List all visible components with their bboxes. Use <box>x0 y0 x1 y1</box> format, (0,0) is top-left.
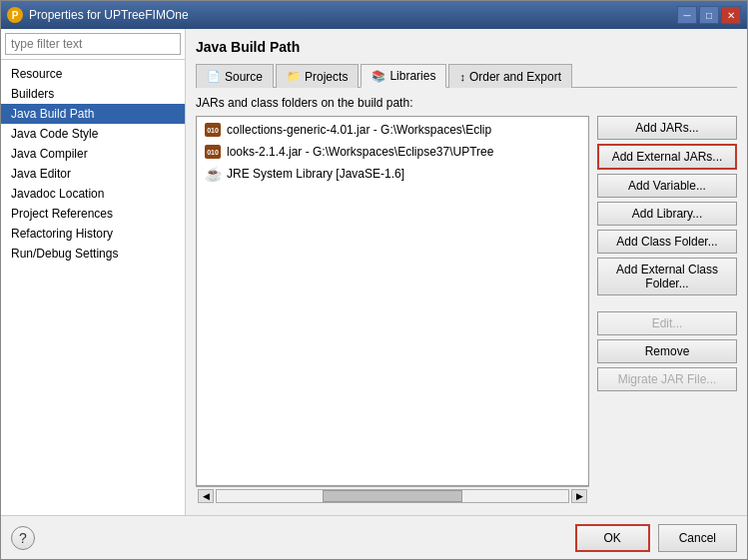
tab-libraries[interactable]: 📚Libraries <box>361 64 446 88</box>
jre-icon: ☕ <box>205 166 222 182</box>
ok-button[interactable]: OK <box>575 524 650 552</box>
dialog-icon-text: P <box>12 10 19 21</box>
button-panel: Add JARs...Add External JARs...Add Varia… <box>597 116 737 505</box>
file-label: JRE System Library [JavaSE-1.6] <box>227 167 404 181</box>
add-external-jars-button[interactable]: Add External JARs... <box>597 144 737 170</box>
sidebar-item-project-references[interactable]: Project References <box>1 204 185 224</box>
sidebar-item-refactoring-history[interactable]: Refactoring History <box>1 224 185 244</box>
scroll-right-arrow[interactable]: ▶ <box>571 489 587 503</box>
file-item-jre-system[interactable]: ☕JRE System Library [JavaSE-1.6] <box>197 163 588 185</box>
add-library-button[interactable]: Add Library... <box>597 202 737 226</box>
button-spacer <box>597 299 737 307</box>
tab-source[interactable]: 📄Source <box>196 64 274 88</box>
section-label: JARs and class folders on the build path… <box>196 96 737 110</box>
tab-projects[interactable]: 📁Projects <box>276 64 359 88</box>
tab-label-source: Source <box>225 70 263 84</box>
sidebar-item-builders[interactable]: Builders <box>1 84 185 104</box>
sidebar-item-java-code-style[interactable]: Java Code Style <box>1 124 185 144</box>
bottom-bar: ? OK Cancel <box>1 515 747 559</box>
add-class-folder-button[interactable]: Add Class Folder... <box>597 230 737 254</box>
window-title: Properties for UPTreeFIMOne <box>29 8 189 22</box>
sidebar-item-java-compiler[interactable]: Java Compiler <box>1 144 185 164</box>
sidebar-item-javadoc-location[interactable]: Javadoc Location <box>1 184 185 204</box>
dialog-buttons: OK Cancel <box>575 524 737 552</box>
scroll-track[interactable] <box>216 489 569 503</box>
libraries-tab-icon: 📚 <box>372 70 385 83</box>
file-label: looks-2.1.4.jar - G:\Workspaces\Eclipse3… <box>227 145 493 159</box>
tab-label-projects: Projects <box>305 70 348 84</box>
sidebar-item-java-editor[interactable]: Java Editor <box>1 164 185 184</box>
dialog-window: P Properties for UPTreeFIMOne ─ □ ✕ Reso… <box>0 0 748 560</box>
dialog-icon: P <box>7 7 23 23</box>
sidebar-item-run-debug-settings[interactable]: Run/Debug Settings <box>1 244 185 264</box>
file-label: collections-generic-4.01.jar - G:\Worksp… <box>227 123 491 137</box>
source-tab-icon: 📄 <box>207 70 221 83</box>
scroll-left-arrow[interactable]: ◀ <box>198 489 214 503</box>
file-item-looks-jar[interactable]: 010looks-2.1.4.jar - G:\Workspaces\Eclip… <box>197 141 588 163</box>
edit-button: Edit... <box>597 311 737 335</box>
scroll-thumb <box>323 490 463 502</box>
maximize-button[interactable]: □ <box>699 6 719 24</box>
file-item-collections-jar[interactable]: 010collections-generic-4.01.jar - G:\Wor… <box>197 119 588 141</box>
main-content: 010collections-generic-4.01.jar - G:\Wor… <box>196 116 737 505</box>
left-panel: ResourceBuildersJava Build PathJava Code… <box>1 29 186 515</box>
tab-label-libraries: Libraries <box>389 69 435 83</box>
tab-label-order-export: Order and Export <box>469 70 561 84</box>
help-button[interactable]: ? <box>11 526 35 550</box>
panel-title: Java Build Path <box>196 39 737 55</box>
filter-input[interactable] <box>5 33 181 55</box>
file-list: 010collections-generic-4.01.jar - G:\Wor… <box>197 117 588 187</box>
minimize-button[interactable]: ─ <box>677 6 697 24</box>
jar-icon: 010 <box>205 123 221 137</box>
right-panel: Java Build Path 📄Source📁Projects📚Librari… <box>186 29 747 515</box>
migrate-jar-button: Migrate JAR File... <box>597 367 737 391</box>
tab-order-export[interactable]: ↕Order and Export <box>448 64 572 88</box>
filter-box <box>1 29 185 60</box>
remove-button[interactable]: Remove <box>597 339 737 363</box>
content-area: ResourceBuildersJava Build PathJava Code… <box>1 29 747 515</box>
title-bar-left: P Properties for UPTreeFIMOne <box>7 7 189 23</box>
projects-tab-icon: 📁 <box>287 70 301 83</box>
file-list-area: 010collections-generic-4.01.jar - G:\Wor… <box>196 116 589 486</box>
sidebar-item-resource[interactable]: Resource <box>1 64 185 84</box>
tabs-container: 📄Source📁Projects📚Libraries↕Order and Exp… <box>196 63 737 88</box>
title-bar: P Properties for UPTreeFIMOne ─ □ ✕ <box>1 1 747 29</box>
scrollbar-area: ◀ ▶ <box>196 486 589 505</box>
order-export-tab-icon: ↕ <box>459 71 465 83</box>
cancel-button[interactable]: Cancel <box>658 524 737 552</box>
jar-icon: 010 <box>205 145 221 159</box>
add-variable-button[interactable]: Add Variable... <box>597 174 737 198</box>
add-jars-button[interactable]: Add JARs... <box>597 116 737 140</box>
close-button[interactable]: ✕ <box>721 6 741 24</box>
sidebar-item-java-build-path[interactable]: Java Build Path <box>1 104 185 124</box>
nav-list: ResourceBuildersJava Build PathJava Code… <box>1 60 185 515</box>
add-external-class-folder-button[interactable]: Add External Class Folder... <box>597 258 737 295</box>
title-controls: ─ □ ✕ <box>677 6 741 24</box>
